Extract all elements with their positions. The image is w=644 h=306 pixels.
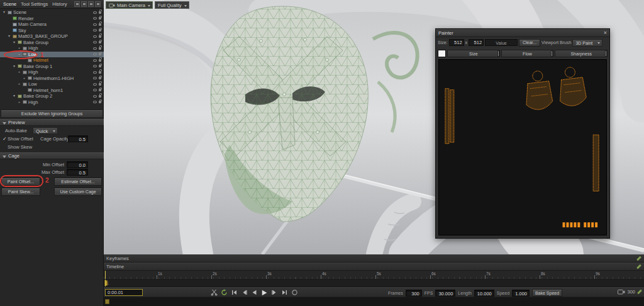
skip-end-icon[interactable] xyxy=(280,288,289,297)
tree-item-helmet-horn1[interactable]: Helmet_horn1 xyxy=(0,88,104,94)
brush-sharpness-slider[interactable]: Sharpness xyxy=(555,50,608,57)
playhead-line[interactable] xyxy=(105,280,106,286)
tree-item-high[interactable]: +High xyxy=(0,99,104,106)
expand-icon[interactable]: + xyxy=(17,99,21,106)
fps-field[interactable]: 30.000 xyxy=(435,290,455,297)
brush-mode-dropdown[interactable]: 3D Paint xyxy=(572,39,602,47)
new-scene-icon[interactable] xyxy=(74,1,80,7)
min-offset-field[interactable]: 0.0 xyxy=(67,161,88,168)
auto-bake-dropdown[interactable]: Quick xyxy=(33,127,58,134)
current-time-field[interactable]: 0:00.01 xyxy=(105,289,143,296)
cut-icon[interactable] xyxy=(209,288,218,297)
paint-canvas[interactable] xyxy=(438,59,607,235)
keyframes-bar[interactable]: Keyframes xyxy=(104,254,644,263)
paint-skew-button[interactable]: Paint Skew... xyxy=(1,188,40,196)
lock-icon[interactable] xyxy=(99,65,101,67)
timeline-ruler[interactable]: 1s2s3s4s5s6s7s8s9s xyxy=(104,271,644,280)
tree-item-main-camera[interactable]: Main Camera xyxy=(0,21,104,28)
tab-scene[interactable]: Scene xyxy=(3,1,16,7)
length-field[interactable]: 10.000 xyxy=(474,290,494,297)
scrollbar-thumb[interactable] xyxy=(105,299,109,304)
lock-icon[interactable] xyxy=(99,11,101,14)
cage-opacity-field[interactable]: 0.5 xyxy=(68,135,88,142)
edit-pencil-icon[interactable] xyxy=(637,290,642,295)
slider-handle[interactable] xyxy=(605,50,607,57)
slider-handle[interactable] xyxy=(497,50,499,57)
visibility-eye-icon[interactable] xyxy=(93,11,97,14)
tree-item-scene[interactable]: ▾Scene xyxy=(0,9,104,16)
visibility-eye-icon[interactable] xyxy=(93,95,97,98)
lock-icon[interactable] xyxy=(99,47,101,50)
exclude-when-ignoring-groups-button[interactable]: Exclude When Ignoring Groups xyxy=(1,110,103,118)
visibility-eye-icon[interactable] xyxy=(93,41,97,43)
lock-icon[interactable] xyxy=(99,41,101,43)
play-icon[interactable] xyxy=(260,288,269,297)
visibility-eye-icon[interactable] xyxy=(93,59,97,62)
visibility-eye-icon[interactable] xyxy=(93,71,97,74)
color-swatch[interactable] xyxy=(438,50,446,57)
lock-icon[interactable] xyxy=(99,83,101,86)
collapse-icon[interactable]: ▾ xyxy=(12,40,16,46)
open-folder-icon[interactable] xyxy=(81,1,87,7)
value-field[interactable]: Value xyxy=(485,39,518,46)
play-reverse-icon[interactable] xyxy=(250,288,258,297)
visibility-eye-icon[interactable] xyxy=(93,29,97,31)
collapse-icon[interactable]: ▾ xyxy=(2,9,6,16)
timeline-track[interactable]: 1 xyxy=(104,280,644,287)
show-skew-label[interactable]: Show Skew xyxy=(8,144,32,151)
visibility-eye-icon[interactable] xyxy=(93,77,97,79)
visibility-eye-icon[interactable] xyxy=(93,47,97,50)
visibility-eye-icon[interactable] xyxy=(93,17,97,20)
visibility-eye-icon[interactable] xyxy=(93,83,97,86)
expand-icon[interactable]: + xyxy=(17,69,21,76)
show-offset-label[interactable]: Show Offset xyxy=(8,135,33,143)
max-offset-field[interactable]: 0.5 xyxy=(67,169,88,176)
speed-field[interactable]: 1.000 xyxy=(512,290,530,297)
tree-item-low[interactable]: +Low xyxy=(0,81,104,88)
next-frame-icon[interactable] xyxy=(270,288,279,297)
keyframes-edit-icon[interactable] xyxy=(636,258,641,259)
brush-flow-slider[interactable]: Flow xyxy=(501,50,554,57)
tree-item-sky[interactable]: Sky xyxy=(0,28,104,34)
estimate-offset-button[interactable]: Estimate Offset... xyxy=(54,178,102,186)
skip-start-icon[interactable] xyxy=(230,288,238,297)
visibility-eye-icon[interactable] xyxy=(93,53,97,55)
lock-icon[interactable] xyxy=(99,29,101,31)
frames-field[interactable]: 300 xyxy=(406,290,422,297)
expand-icon[interactable]: + xyxy=(22,76,26,82)
brush-size-slider[interactable]: Size xyxy=(447,50,500,57)
quality-dropdown[interactable]: Full Quality xyxy=(155,1,189,9)
timeline-bar[interactable]: Timeline xyxy=(104,263,644,271)
lock-icon[interactable] xyxy=(99,35,101,38)
viewport-3d[interactable]: Main Camera Full Quality Painter × Size:… xyxy=(104,0,644,254)
preview-section-header[interactable]: Preview xyxy=(0,119,104,126)
use-custom-cage-button[interactable]: Use Custom Cage xyxy=(54,188,102,196)
collapse-icon[interactable]: ▾ xyxy=(7,33,11,40)
tree-item-bake-group-2[interactable]: ▾Bake Group 2 xyxy=(0,93,104,99)
lock-icon[interactable] xyxy=(99,23,101,26)
visibility-eye-icon[interactable] xyxy=(93,89,97,91)
loop-icon[interactable] xyxy=(219,288,228,297)
expand-icon[interactable]: + xyxy=(17,81,21,88)
tree-item-render[interactable]: Render xyxy=(0,16,104,22)
tree-item-matt03-bake-group[interactable]: ▾Matt03_BAKE_GROUP xyxy=(0,33,104,40)
collapse-icon[interactable]: ▾ xyxy=(12,64,16,70)
lock-icon[interactable] xyxy=(99,77,101,79)
lock-icon[interactable] xyxy=(99,89,101,91)
tree-item-bake-group-1[interactable]: ▾Bake Group 1 xyxy=(0,64,104,70)
timeline-scrollbar[interactable] xyxy=(104,297,644,306)
import-icon[interactable] xyxy=(95,1,101,7)
prev-frame-icon[interactable] xyxy=(240,288,248,297)
close-icon[interactable]: × xyxy=(604,30,607,36)
tab-history[interactable]: History xyxy=(52,1,67,7)
show-offset-checkbox[interactable]: ✓ xyxy=(3,135,7,143)
camera-dropdown[interactable]: Main Camera xyxy=(106,1,153,9)
visibility-eye-icon[interactable] xyxy=(93,65,97,67)
bake-speed-button[interactable]: Bake Speed xyxy=(532,289,562,297)
tree-item-high[interactable]: +High xyxy=(0,69,104,76)
collapse-icon[interactable]: ▾ xyxy=(12,93,16,99)
save-icon[interactable] xyxy=(88,1,94,7)
visibility-eye-icon[interactable] xyxy=(93,35,97,38)
size-height-input[interactable] xyxy=(469,39,484,46)
painter-titlebar[interactable]: Painter × xyxy=(436,29,609,37)
